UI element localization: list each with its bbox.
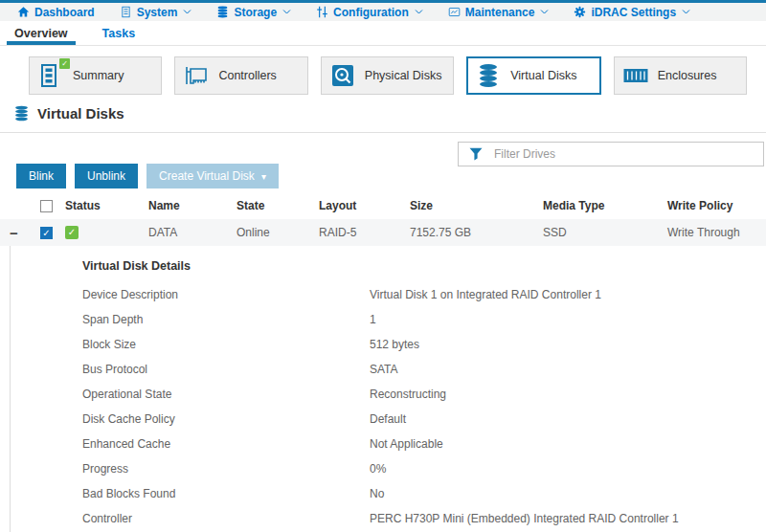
storage-category-tiles: ✓ Summary Controllers Physical Disks Vir… [29,56,747,95]
chevron-down-icon [282,9,291,15]
summary-health-ok-badge: ✓ [59,58,70,69]
detail-label: Device Description [82,288,370,301]
col-media-type: Media Type [543,199,667,212]
detail-value: Default [370,412,766,426]
filter-drives-input[interactable] [492,146,763,162]
detail-value: 1 [370,313,766,326]
detail-label: Bad Blocks Found [82,487,370,500]
storage-icon [216,6,229,18]
gear-icon [574,6,586,18]
detail-label: Controller [82,512,370,525]
tile-controllers[interactable]: Controllers [174,56,307,95]
detail-row-enhanced-cache: Enhanced CacheNot Applicable [82,432,766,456]
row-checkbox[interactable]: ✓ [40,227,53,239]
blink-button[interactable]: Blink [16,164,66,188]
detail-value: SATA [370,363,766,376]
detail-label: Span Depth [82,313,370,326]
cell-size: 7152.75 GB [410,226,543,239]
page-header: Virtual Disks [13,103,766,122]
nav-item-label: Maintenance [465,6,535,19]
detail-row-span-depth: Span Depth1 [82,307,766,332]
dropdown-caret-icon: ▾ [261,171,266,182]
nav-item-idrac-settings[interactable]: iDRAC Settings [574,6,690,19]
nav-item-label: Dashboard [34,6,95,19]
tile-enclosures[interactable]: Enclosures [614,56,747,95]
cell-write-policy: Write Through [667,226,766,239]
detail-value: Reconstructing [370,388,766,401]
details-title: Virtual Disk Details [82,259,766,273]
virtual-disks-table: Status Name State Layout Size Media Type… [0,192,766,246]
create-virtual-disk-button[interactable]: Create Virtual Disk▾ [146,164,279,188]
nav-item-label: Storage [234,6,277,19]
detail-row-bad-blocks-found: Bad Blocks FoundNo [82,481,766,506]
detail-value: 0% [370,462,766,476]
chevron-down-icon [682,9,690,15]
chevron-down-icon [415,9,423,15]
status-ok-icon: ✓ [65,226,79,239]
detail-value: PERC H730P Mini (Embedded) Integrated RA… [370,512,766,525]
controllers-icon [184,63,209,88]
virtual-disks-icon [476,63,501,88]
nav-item-label: System [137,6,178,19]
col-layout: Layout [319,199,410,212]
tile-virtual-disks[interactable]: Virtual Disks [466,56,600,95]
nav-item-system[interactable]: System [120,6,192,19]
col-name: Name [148,199,237,212]
detail-label: Disk Cache Policy [82,412,370,426]
tile-label: Controllers [218,69,276,82]
tile-summary[interactable]: ✓ Summary [29,56,162,95]
summary-icon: ✓ [38,63,63,88]
detail-row-progress: Progress0% [82,456,766,481]
enclosures-icon [623,63,648,88]
filter-drives-box [458,142,764,166]
unblink-button[interactable]: Unblink [75,164,138,188]
detail-row-operational-state: Operational StateReconstructing [82,382,766,407]
detail-row-block-size: Block Size512 bytes [82,332,766,357]
nav-item-label: iDRAC Settings [591,6,676,19]
tab-tasks[interactable]: Tasks [95,21,144,45]
table-row: − ✓ ✓ DATA Online RAID-5 7152.75 GB SSD … [0,219,766,246]
col-status: Status [65,199,148,212]
detail-label: Bus Protocol [82,363,370,376]
detail-label: Progress [82,462,370,476]
sliders-icon [316,6,328,18]
detail-row-disk-cache-policy: Disk Cache PolicyDefault [82,407,766,432]
virtual-disk-details-panel: Virtual Disk Details Device DescriptionV… [10,246,766,532]
chevron-down-icon [183,9,192,15]
select-all-checkbox[interactable] [40,200,53,212]
col-state: State [237,199,319,212]
detail-label: Block Size [82,338,370,351]
nav-item-configuration[interactable]: Configuration [316,6,423,19]
nav-item-storage[interactable]: Storage [216,6,291,19]
tile-label: Virtual Disks [510,69,576,82]
tile-physical-disks[interactable]: Physical Disks [321,56,454,95]
chevron-down-icon [540,9,549,15]
detail-value: No [370,487,766,500]
filter-funnel-icon [469,147,483,161]
page-title: Virtual Disks [37,105,124,122]
cell-name: DATA [148,226,237,239]
tab-overview[interactable]: Overview [7,21,76,45]
system-icon [120,6,132,18]
detail-label: Enhanced Cache [82,437,370,451]
tile-label: Summary [73,69,124,82]
table-header-row: Status Name State Layout Size Media Type… [0,192,766,219]
detail-value: 512 bytes [370,338,766,351]
main-navbar: Dashboard System Storage Configuration M… [0,3,766,21]
create-virtual-disk-label: Create Virtual Disk [159,169,255,183]
detail-row-controller: ControllerPERC H730P Mini (Embedded) Int… [82,506,766,531]
physical-disks-icon [330,63,355,88]
col-write-policy: Write Policy [667,199,766,212]
nav-item-label: Configuration [333,6,409,19]
cell-state: Online [237,226,319,239]
detail-value: Not Applicable [370,437,766,451]
home-icon [17,6,30,18]
tab-bar: Overview Tasks [0,21,766,46]
nav-item-dashboard[interactable]: Dashboard [17,6,95,19]
collapse-row-icon[interactable]: − [10,226,40,240]
controls-bar: Blink Unblink Create Virtual Disk▾ [0,133,766,188]
detail-row-bus-protocol: Bus ProtocolSATA [82,357,766,382]
action-toolbar: Blink Unblink Create Virtual Disk▾ [16,164,279,188]
tile-label: Physical Disks [365,69,442,82]
nav-item-maintenance[interactable]: Maintenance [448,6,550,19]
